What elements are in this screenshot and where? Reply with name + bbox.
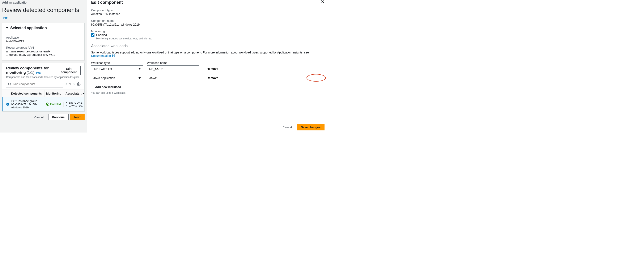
annotation-highlight <box>306 74 326 82</box>
gear-icon[interactable] <box>77 82 80 86</box>
panel-footer: Cancel Save changes <box>280 124 324 130</box>
panel-cancel-button[interactable]: Cancel <box>280 125 295 130</box>
search-input[interactable] <box>12 82 62 86</box>
workload-type-header: Workload type <box>91 61 143 65</box>
workload-row: JAVA application Remove <box>91 75 324 81</box>
svg-line-1 <box>10 85 11 86</box>
drag-handle-icon[interactable]: || <box>84 59 87 63</box>
svg-line-4 <box>113 55 114 56</box>
component-name: EC2 instance group <box>11 99 42 103</box>
monitoring-status: Enabled <box>50 103 61 106</box>
assoc-item: DN_CORE (.NET <box>69 101 82 104</box>
cancel-button[interactable]: Cancel <box>32 114 46 120</box>
workload-limit-hint: You can add up to 5 workloads <box>91 91 324 94</box>
cell-component: EC2 instance group i-0a0858a7fd11cd51c: … <box>10 99 44 110</box>
chevron-right-icon[interactable] <box>73 83 75 85</box>
table-header: Detected components Monitoring Associate… <box>2 89 84 97</box>
workload-row: .NET Core tier Remove <box>91 65 324 72</box>
caret-down-icon <box>82 93 84 94</box>
svg-point-0 <box>8 83 10 85</box>
remove-workload-button[interactable]: Remove <box>203 66 222 72</box>
selected-app-body: Application test-MW-W19 Resource group A… <box>2 33 84 60</box>
application-value: test-MW-W19 <box>6 40 80 43</box>
chevron-left-icon[interactable] <box>65 83 67 85</box>
save-changes-button[interactable]: Save changes <box>297 124 324 130</box>
monitoring-helper: Monitoring includes key metrics, logs, a… <box>96 37 324 40</box>
selected-app-title: Selected application <box>10 26 47 30</box>
page-number: 1 <box>69 82 71 86</box>
table-row[interactable]: EC2 instance group i-0a0858a7fd11cd51c: … <box>2 97 84 111</box>
check-circle-icon <box>46 103 49 106</box>
page-title: Review detected components Info <box>2 7 84 20</box>
selected-application-card: Selected application Application test-MW… <box>2 23 84 60</box>
associated-workloads-desc: Some workload types support adding only … <box>91 51 324 57</box>
workload-name-input[interactable] <box>147 65 199 72</box>
pager: 1 <box>65 82 75 86</box>
application-label: Application <box>6 36 80 39</box>
component-sub: i-0a0858a7fd11cd51c: windows 2019 <box>11 103 42 109</box>
workload-name-header: Workload name <box>147 61 199 65</box>
info-link[interactable]: Info <box>3 16 8 19</box>
workload-type-select[interactable]: JAVA application <box>91 75 143 81</box>
workload-type-value: .NET Core tier <box>94 67 112 70</box>
caret-down-icon <box>138 77 141 79</box>
panel-title: Edit component <box>91 0 123 5</box>
monitoring-enabled-checkbox[interactable] <box>91 33 94 37</box>
previous-button[interactable]: Previous <box>48 114 69 120</box>
next-button[interactable]: Next <box>70 114 84 120</box>
right-panel: || Edit component ✕ Component type Amazo… <box>87 0 329 133</box>
caret-down-icon <box>138 68 141 70</box>
component-type-label: Component type <box>91 8 324 12</box>
selected-app-header[interactable]: Selected application <box>2 23 84 33</box>
left-panel: Add an application Review detected compo… <box>0 0 87 133</box>
cell-associated: DN_CORE (.NET JAVA1 (JAVA ap <box>64 100 84 108</box>
workload-type-value: JAVA application <box>94 76 115 80</box>
wizard-footer: Cancel Previous Next <box>2 112 84 120</box>
row-radio-selected[interactable] <box>6 103 9 106</box>
monitoring-label: Monitoring <box>91 29 324 33</box>
external-link-icon <box>112 54 115 57</box>
caret-down-icon <box>6 27 8 29</box>
component-type-value: Amazon EC2 instance <box>91 12 324 16</box>
cell-monitoring: Enabled <box>44 102 64 107</box>
assoc-desc-text: Some workload types support adding only … <box>91 51 309 54</box>
review-count: (1/1) <box>27 70 34 75</box>
review-subtext: Components and their workloads detected … <box>2 76 84 81</box>
component-name-value: i-0a0858a7fd11cd51c: windows 2019 <box>91 23 324 26</box>
col-associated-label: Associate… <box>66 92 82 95</box>
review-components-card: Review components for monitoring (1/1) I… <box>2 63 84 112</box>
page-title-text: Review detected components <box>2 7 79 13</box>
search-input-wrap[interactable] <box>6 81 64 87</box>
component-name-label: Component name <box>91 19 324 22</box>
monitoring-enabled-label: Enabled <box>96 33 107 37</box>
col-associated[interactable]: Associate… <box>64 90 84 97</box>
review-info-link[interactable]: Info <box>36 71 41 74</box>
documentation-link[interactable]: Documentation <box>91 54 111 57</box>
arn-value: arn:aws:resource-groups:us-east-1:856960… <box>6 50 80 56</box>
breadcrumb: Add an application <box>2 0 84 6</box>
search-icon <box>8 82 11 86</box>
associated-workloads-title: Associated workloads <box>91 44 324 48</box>
arn-label: Resource group ARN <box>6 46 80 49</box>
workload-type-select[interactable]: .NET Core tier <box>91 65 143 72</box>
add-workload-button[interactable]: Add new workload <box>91 84 125 90</box>
remove-workload-button[interactable]: Remove <box>203 75 222 81</box>
col-monitoring[interactable]: Monitoring <box>44 90 64 97</box>
workload-name-input[interactable] <box>147 75 199 81</box>
svg-point-2 <box>78 84 79 85</box>
col-detected-components[interactable]: Detected components <box>10 90 44 97</box>
close-icon[interactable]: ✕ <box>321 0 324 4</box>
edit-component-button[interactable]: Edit component <box>57 66 80 75</box>
assoc-item: JAVA1 (JAVA ap <box>69 104 82 107</box>
